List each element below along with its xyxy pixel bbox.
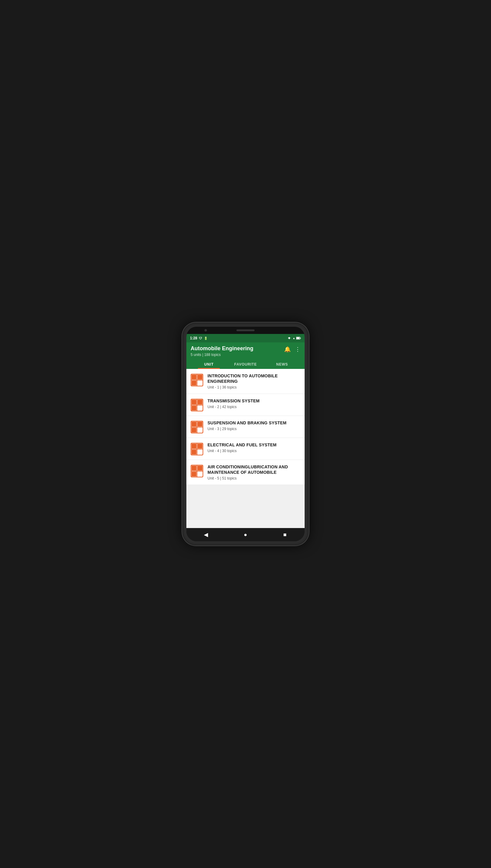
- unit-meta-1: Unit - 1 | 36 topics: [207, 385, 300, 390]
- recent-apps-button[interactable]: ■: [279, 529, 291, 541]
- svg-rect-9: [192, 381, 196, 385]
- signal-icon: ▲: [293, 337, 295, 340]
- unit-icon-2: [191, 399, 203, 411]
- svg-rect-20: [198, 422, 202, 427]
- battery-icon: [296, 336, 301, 341]
- svg-rect-32: [198, 466, 202, 470]
- tab-favourite[interactable]: FAVOURITE: [227, 359, 264, 369]
- svg-rect-3: [300, 338, 301, 339]
- speaker: [236, 330, 255, 331]
- unit-icon-3: [191, 421, 203, 433]
- svg-rect-27: [192, 450, 196, 455]
- bottom-nav: ◀ ● ■: [186, 528, 305, 541]
- unit-item-4[interactable]: ELECTRICAL AND FUEL SYSTEM Unit - 4 | 30…: [186, 438, 305, 460]
- unit-name-1: INTRODUCTION TO AUTOMOBILE ENGINEERING: [207, 373, 300, 384]
- notification-bell-icon[interactable]: 🔔: [284, 346, 291, 352]
- svg-rect-8: [198, 375, 202, 379]
- units-list: INTRODUCTION TO AUTOMOBILE ENGINEERING U…: [186, 369, 305, 485]
- status-bar: 1:28 🛡 🔋 ▲: [186, 334, 305, 342]
- unit-icon-1: [191, 374, 203, 386]
- status-time: 1:28: [190, 336, 197, 340]
- unit-item-5[interactable]: AIR CONDITIONINGLUBRICATION AND MAINTENA…: [186, 460, 305, 485]
- status-right-icons: ▲: [287, 336, 301, 341]
- phone-device: 1:28 🛡 🔋 ▲: [182, 322, 309, 546]
- unit-meta-5: Unit - 5 | 51 topics: [207, 476, 300, 480]
- app-subtitle: 5 units | 188 topics: [191, 352, 253, 357]
- content-spacer: [186, 485, 305, 528]
- unit-text-5: AIR CONDITIONINGLUBRICATION AND MAINTENA…: [207, 464, 300, 480]
- phone-top-bezel: [186, 327, 305, 334]
- svg-rect-2: [296, 337, 299, 339]
- back-button[interactable]: ◀: [200, 529, 212, 541]
- svg-rect-31: [192, 466, 196, 470]
- unit-meta-4: Unit - 4 | 30 topics: [207, 449, 277, 453]
- front-camera: [204, 329, 207, 332]
- tab-unit[interactable]: UNIT: [191, 359, 227, 369]
- svg-rect-19: [192, 422, 196, 427]
- tabs-bar: UNIT FAVOURITE NEWS: [191, 359, 300, 369]
- battery-save-icon: 🔋: [204, 337, 207, 340]
- unit-meta-2: Unit - 2 | 42 topics: [207, 405, 260, 409]
- svg-rect-14: [198, 400, 202, 404]
- svg-marker-0: [287, 337, 291, 339]
- app-bar: Automobile Engineering 5 units | 188 top…: [186, 342, 305, 369]
- svg-rect-7: [192, 375, 196, 379]
- shield-icon: 🛡: [199, 337, 202, 340]
- tab-news[interactable]: NEWS: [264, 359, 300, 369]
- app-title: Automobile Engineering: [191, 345, 253, 352]
- unit-name-4: ELECTRICAL AND FUEL SYSTEM: [207, 442, 277, 447]
- unit-meta-3: Unit - 3 | 29 topics: [207, 427, 287, 431]
- svg-rect-15: [192, 406, 196, 410]
- unit-icon-5: [191, 465, 203, 477]
- wifi-icon: [287, 336, 291, 341]
- unit-text-3: SUSPENSION AND BRAKING SYSTEM Unit - 3 |…: [207, 420, 287, 431]
- unit-icon-4: [191, 443, 203, 456]
- unit-text-4: ELECTRICAL AND FUEL SYSTEM Unit - 4 | 30…: [207, 442, 277, 453]
- svg-rect-21: [192, 428, 196, 433]
- svg-rect-25: [192, 444, 196, 448]
- app-bar-actions: 🔔 ⋮: [284, 345, 300, 352]
- app-bar-top: Automobile Engineering 5 units | 188 top…: [191, 345, 300, 357]
- unit-text-1: INTRODUCTION TO AUTOMOBILE ENGINEERING U…: [207, 373, 300, 390]
- unit-text-2: TRANSMISSION SYSTEM Unit - 2 | 42 topics: [207, 398, 260, 409]
- unit-name-3: SUSPENSION AND BRAKING SYSTEM: [207, 420, 287, 426]
- unit-name-2: TRANSMISSION SYSTEM: [207, 398, 260, 404]
- unit-name-5: AIR CONDITIONINGLUBRICATION AND MAINTENA…: [207, 464, 300, 475]
- unit-item-1[interactable]: INTRODUCTION TO AUTOMOBILE ENGINEERING U…: [186, 369, 305, 394]
- home-button[interactable]: ●: [239, 529, 252, 541]
- phone-screen: 1:28 🛡 🔋 ▲: [186, 327, 305, 541]
- status-left: 1:28 🛡 🔋: [190, 336, 207, 340]
- svg-rect-13: [192, 400, 196, 404]
- unit-item-3[interactable]: SUSPENSION AND BRAKING SYSTEM Unit - 3 |…: [186, 416, 305, 438]
- unit-item-2[interactable]: TRANSMISSION SYSTEM Unit - 2 | 42 topics: [186, 394, 305, 416]
- overflow-menu-icon[interactable]: ⋮: [295, 346, 300, 352]
- app-title-section: Automobile Engineering 5 units | 188 top…: [191, 345, 253, 357]
- svg-rect-26: [198, 444, 202, 448]
- svg-rect-33: [192, 472, 196, 476]
- content-area: INTRODUCTION TO AUTOMOBILE ENGINEERING U…: [186, 369, 305, 528]
